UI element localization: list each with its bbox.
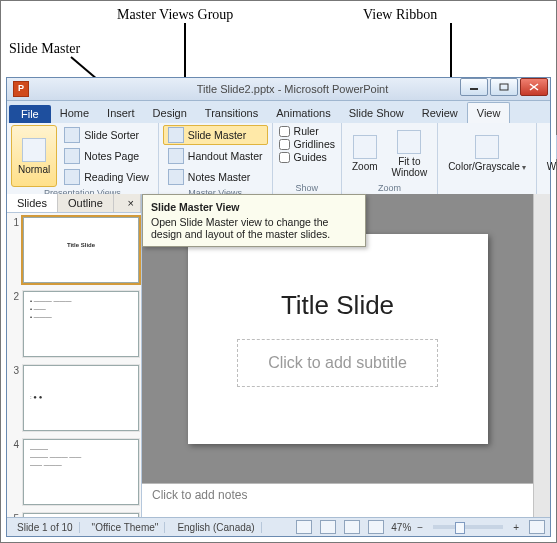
normal-view-label: Normal xyxy=(18,164,50,175)
slide-canvas-area[interactable]: Slide Master View Open Slide Master view… xyxy=(142,194,533,483)
fit-window-icon xyxy=(397,130,421,154)
thumbnail-row[interactable]: 3 : ● ● xyxy=(9,365,139,431)
color-grayscale-label: Color/Grayscale xyxy=(448,161,520,172)
gridlines-check-input[interactable] xyxy=(279,139,290,150)
thumbnail-row[interactable]: 4 —————— ——— ———— ——— xyxy=(9,439,139,505)
slide-master-icon xyxy=(168,127,184,143)
tab-home[interactable]: Home xyxy=(51,103,98,123)
slide-subtitle-placeholder[interactable]: Click to add subtitle xyxy=(237,339,438,387)
slide[interactable]: Title Slide Click to add subtitle xyxy=(188,234,488,444)
slide-title-placeholder[interactable]: Title Slide xyxy=(281,290,394,321)
vertical-scrollbar[interactable] xyxy=(533,194,550,518)
thumb-slide[interactable]: : ● ● xyxy=(23,365,139,431)
title-bar: P Title Slide2.pptx - Microsoft PowerPoi… xyxy=(7,78,550,101)
ruler-check-input[interactable] xyxy=(279,126,290,137)
anno-master-views-group: Master Views Group xyxy=(117,7,233,23)
guides-check-input[interactable] xyxy=(279,152,290,163)
tab-animations[interactable]: Animations xyxy=(267,103,339,123)
status-slide-number: Slide 1 of 10 xyxy=(11,522,80,533)
svg-rect-4 xyxy=(500,84,508,90)
thumbnail-list[interactable]: 1 Title Slide 2 • ——— ———• ——• ——— 3 : ●… xyxy=(7,213,141,518)
ribbon: Normal Slide Sorter Notes Page Reading V… xyxy=(7,123,550,196)
group-zoom: Zoom Fit to Window Zoom xyxy=(342,123,438,195)
minimize-button[interactable] xyxy=(460,78,488,96)
maximize-button[interactable] xyxy=(490,78,518,96)
reading-view-label: Reading View xyxy=(84,171,149,183)
thumb-number: 1 xyxy=(9,217,19,283)
handout-master-button[interactable]: Handout Master xyxy=(163,146,268,166)
view-reading-icon[interactable] xyxy=(344,520,360,534)
thumbnail-row[interactable]: 2 • ——— ———• ——• ——— xyxy=(9,291,139,357)
anno-slide-master: Slide Master xyxy=(9,41,80,57)
editor-pane: Slide Master View Open Slide Master view… xyxy=(142,194,533,518)
zoom-slider-handle[interactable] xyxy=(455,522,465,534)
guides-checkbox[interactable]: Guides xyxy=(277,151,337,163)
thumbs-close-button[interactable]: × xyxy=(122,194,141,212)
notes-master-label: Notes Master xyxy=(188,171,250,183)
zoom-out-button[interactable]: − xyxy=(417,522,423,533)
thumbs-tab-outline[interactable]: Outline xyxy=(58,194,114,212)
reading-view-button[interactable]: Reading View xyxy=(59,167,154,187)
thumb-number: 2 xyxy=(9,291,19,357)
status-bar: Slide 1 of 10 "Office Theme" English (Ca… xyxy=(7,517,550,536)
thumb-slide[interactable]: • ——— ———• ——• ——— xyxy=(23,291,139,357)
thumbnail-row[interactable]: 1 Title Slide xyxy=(9,217,139,283)
gridlines-checkbox[interactable]: Gridlines xyxy=(277,138,337,150)
view-slideshow-icon[interactable] xyxy=(368,520,384,534)
thumb-title: Title Slide xyxy=(24,236,138,256)
zoom-label: Zoom xyxy=(352,161,378,172)
tab-view[interactable]: View xyxy=(467,102,511,123)
thumb-slide[interactable]: Title Slide xyxy=(23,217,139,283)
color-grayscale-button[interactable]: Color/Grayscale▾ xyxy=(442,125,532,182)
view-sorter-icon[interactable] xyxy=(320,520,336,534)
tab-file[interactable]: File xyxy=(9,105,51,123)
slide-master-label: Slide Master xyxy=(188,129,246,141)
group-color-grayscale: Color/Grayscale▾ xyxy=(438,123,537,195)
color-grayscale-icon xyxy=(475,135,499,159)
fit-to-window-icon[interactable] xyxy=(529,520,545,534)
tooltip-title: Slide Master View xyxy=(151,201,357,213)
notes-page-button[interactable]: Notes Page xyxy=(59,146,154,166)
view-normal-icon[interactable] xyxy=(296,520,312,534)
guides-label: Guides xyxy=(294,151,327,163)
notes-page-label: Notes Page xyxy=(84,150,139,162)
tab-transitions[interactable]: Transitions xyxy=(196,103,267,123)
group-presentation-views: Normal Slide Sorter Notes Page Reading V… xyxy=(7,123,159,195)
tab-slide-show[interactable]: Slide Show xyxy=(340,103,413,123)
group-show: Ruler Gridlines Guides Show xyxy=(273,123,342,195)
gridlines-label: Gridlines xyxy=(294,138,335,150)
close-button[interactable] xyxy=(520,78,548,96)
window-button[interactable]: Window▾ xyxy=(541,125,557,182)
tab-design[interactable]: Design xyxy=(144,103,196,123)
slide-sorter-label: Slide Sorter xyxy=(84,129,139,141)
slide-sorter-button[interactable]: Slide Sorter xyxy=(59,125,154,145)
fit-window-button[interactable]: Fit to Window xyxy=(386,125,434,182)
fit-window-label: Fit to Window xyxy=(392,156,428,178)
app-window: P Title Slide2.pptx - Microsoft PowerPoi… xyxy=(6,77,551,537)
thumb-slide[interactable]: —————— ——— ———— ——— xyxy=(23,439,139,505)
handout-master-icon xyxy=(168,148,184,164)
ruler-checkbox[interactable]: Ruler xyxy=(277,125,337,137)
tab-insert[interactable]: Insert xyxy=(98,103,144,123)
handout-master-label: Handout Master xyxy=(188,150,263,162)
ribbon-tabstrip: File Home Insert Design Transitions Anim… xyxy=(7,101,550,123)
slide-master-button[interactable]: Slide Master xyxy=(163,125,268,145)
thumbs-tab-slides[interactable]: Slides xyxy=(7,194,58,212)
notes-master-button[interactable]: Notes Master xyxy=(163,167,268,187)
tab-review[interactable]: Review xyxy=(413,103,467,123)
workspace: Slides Outline × 1 Title Slide 2 • ——— —… xyxy=(7,194,550,518)
zoom-percent[interactable]: 47% xyxy=(391,522,411,533)
notes-pane[interactable]: Click to add notes xyxy=(142,483,533,518)
notes-master-icon xyxy=(168,169,184,185)
group-window: Window▾ xyxy=(537,123,557,195)
slide-master-tooltip: Slide Master View Open Slide Master view… xyxy=(142,194,366,247)
normal-view-button[interactable]: Normal xyxy=(11,125,57,187)
status-language[interactable]: English (Canada) xyxy=(171,522,261,533)
zoom-button[interactable]: Zoom xyxy=(346,125,384,182)
normal-view-icon xyxy=(22,138,46,162)
status-theme: "Office Theme" xyxy=(86,522,166,533)
reading-view-icon xyxy=(64,169,80,185)
tooltip-body: Open Slide Master view to change the des… xyxy=(151,216,357,240)
zoom-in-button[interactable]: + xyxy=(513,522,519,533)
zoom-slider[interactable] xyxy=(433,525,503,529)
